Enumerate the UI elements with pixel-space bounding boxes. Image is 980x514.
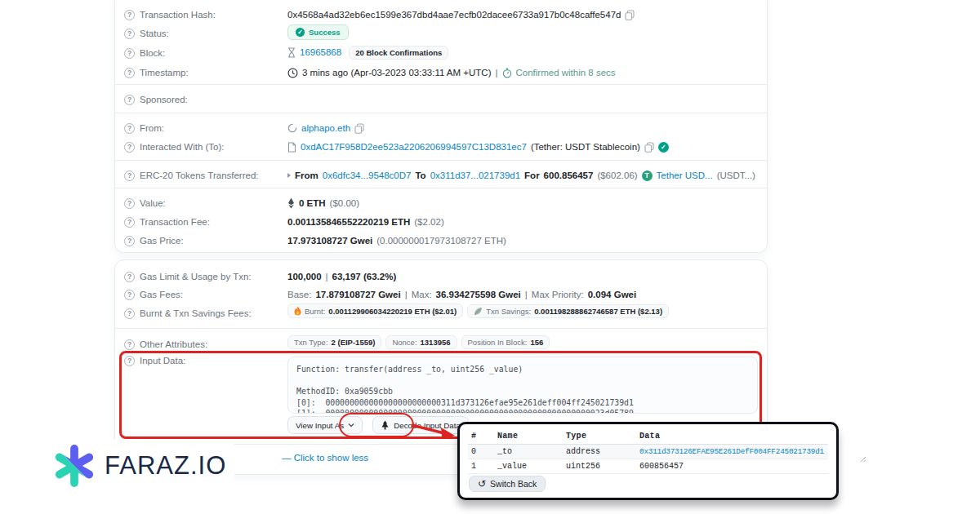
confirmed-within-text: Confirmed within 8 secs (516, 68, 616, 78)
eth-diamond-icon (287, 197, 295, 209)
fee-label: Transaction Fee: (140, 217, 210, 227)
erc20-from-address[interactable]: 0x6dfc34...9548c0D7 (323, 171, 412, 180)
other-attrs-label-row: ? Other Attributes: (124, 338, 207, 351)
help-icon[interactable]: ? (124, 236, 135, 246)
tx-hash-label: Transaction Hash: (140, 10, 216, 20)
block-label-row: ? Block: (124, 47, 165, 60)
help-icon[interactable]: ? (124, 142, 135, 153)
separator: | (496, 68, 498, 78)
sponsored-label-row: ? Sponsored: (124, 93, 188, 106)
from-value-row: alphapo.eth (287, 122, 364, 135)
help-icon[interactable]: ? (124, 290, 135, 300)
help-icon[interactable]: ? (124, 217, 135, 228)
switch-back-label: Switch Back (490, 479, 537, 489)
gas-limit-value-row: 100,000 | 63,197 (63.2%) (287, 270, 396, 283)
copy-icon[interactable] (644, 142, 654, 153)
other-attrs-value-row: Txn Type: 2 (EIP-1559) Nonce: 1313956 Po… (287, 335, 550, 348)
value-label-row: ? Value: (124, 197, 166, 210)
cell-data: 600856457 (636, 459, 828, 474)
fire-icon (294, 306, 301, 316)
base-fee-value: 17.879108727 Gwei (315, 290, 400, 299)
decoded-to-address-link[interactable]: 0x311d373126EFAE95E261DefF004FF245021739… (639, 447, 824, 456)
gas-price-amount: 17.973108727 Gwei (287, 236, 372, 246)
gas-fees-label: Gas Fees: (140, 290, 183, 299)
contract-address-link[interactable]: 0xdAC17F958D2ee523a2206206994597C13D831e… (301, 142, 527, 152)
gas-fees-label-row: ? Gas Fees: (124, 288, 183, 301)
help-icon[interactable]: ? (124, 308, 135, 319)
other-attributes-label: Other Attributes: (140, 339, 207, 349)
interacted-value-row: 0xdAC17F958D2ee523a2206206994597C13D831e… (287, 140, 669, 153)
chevron-down-icon (348, 423, 354, 428)
separator: | (326, 272, 328, 281)
divider (115, 328, 767, 329)
erc20-amount: 600.856457 (544, 171, 594, 180)
show-less-row: — Click to show less (287, 451, 368, 464)
txn-savings-badge-value: 0.001198288862746587 ETH ($2.13) (534, 307, 662, 316)
decode-input-data-button[interactable]: Decode Input Data (372, 416, 469, 434)
decoded-table-header-row: # Name Type Data (468, 428, 828, 445)
value-value-row: 0 ETH ($0.00) (287, 197, 359, 210)
cell-name: _to (494, 445, 563, 459)
block-number-link[interactable]: 16965868 (300, 47, 341, 57)
fee-label-row: ? Transaction Fee: (124, 215, 210, 228)
click-to-show-less-link[interactable]: — Click to show less (282, 453, 368, 463)
erc20-token-link[interactable]: Tether USD... (657, 171, 713, 180)
decode-input-data-label: Decode Input Data (394, 421, 461, 430)
divider (115, 113, 767, 113)
copy-icon[interactable] (625, 10, 635, 20)
value-label: Value: (140, 198, 166, 208)
gas-price-alt: (0.000000017973108727 ETH) (376, 236, 506, 246)
refresh-circle-icon (287, 123, 297, 133)
success-check-icon: ✓ (296, 28, 305, 37)
gas-price-label-row: ? Gas Price: (124, 234, 184, 247)
timestamp-text: 3 mins ago (Apr-03-2023 03:33:11 AM +UTC… (302, 68, 492, 78)
decoded-input-data-popup: # Name Type Data 0 _to address 0x311d373… (457, 422, 839, 500)
interacted-label: Interacted With (To): (140, 142, 225, 152)
leaf-icon (474, 307, 483, 316)
cell-type: uint256 (563, 459, 636, 474)
help-icon[interactable]: ? (124, 272, 135, 282)
help-icon[interactable]: ? (124, 48, 135, 59)
view-input-as-label: View Input As (296, 421, 344, 430)
block-confirmations-badge: 20 Block Confirmations (349, 46, 448, 60)
erc20-to-address[interactable]: 0x311d37...021739d1 (430, 171, 520, 180)
col-header-index: # (468, 428, 494, 445)
help-icon[interactable]: ? (124, 10, 135, 20)
help-icon[interactable]: ? (124, 29, 135, 39)
help-icon[interactable]: ? (124, 356, 135, 366)
help-icon[interactable]: ? (124, 95, 135, 105)
timestamp-value-row: 3 mins ago (Apr-03-2023 03:33:11 AM +UTC… (287, 66, 616, 79)
base-fee-label: Base: (287, 290, 311, 299)
view-input-as-button[interactable]: View Input As (287, 416, 363, 434)
from-label-row: ? From: (124, 122, 164, 135)
input-data-textarea[interactable]: Function: transfer(address _to, uint256 … (287, 357, 758, 414)
status-text: Success (309, 28, 341, 37)
help-icon[interactable]: ? (124, 68, 135, 78)
max-priority-value: 0.094 Gwei (588, 290, 636, 299)
help-icon[interactable]: ? (124, 123, 135, 134)
input-data-label: Input Data: (140, 356, 185, 366)
divider (115, 188, 767, 188)
erc20-for-word: For (524, 171, 540, 180)
gas-usage-value: 63,197 (63.2%) (332, 272, 397, 281)
nonce-badge: Nonce: 1313956 (385, 335, 457, 349)
col-header-name: Name (494, 428, 563, 445)
switch-back-button[interactable]: ↺ Switch Back (469, 476, 546, 492)
transaction-detail-page: ? Transaction Hash: 0x4568a4ad32eb6ec159… (0, 0, 980, 514)
burnt-badge: Burnt: 0.001129906034220219 ETH ($2.01) (287, 304, 463, 318)
block-value-row: 16965868 20 Block Confirmations (287, 46, 448, 59)
from-address-link[interactable]: alphapo.eth (301, 123, 350, 133)
value-usd: ($0.00) (330, 198, 359, 208)
help-icon[interactable]: ? (124, 339, 135, 350)
erc20-label-row: ? ERC-20 Tokens Transferred: (124, 169, 259, 182)
decoded-row-value: 1 _value uint256 600856457 (468, 459, 828, 474)
burnt-badge-label: Burnt: (305, 307, 325, 316)
txn-savings-badge-label: Txn Savings: (486, 307, 531, 316)
copy-icon[interactable] (354, 123, 364, 134)
help-icon[interactable]: ? (124, 198, 135, 209)
brand-name: FARAZ.IO (105, 451, 226, 481)
verified-check-icon: ✓ (658, 142, 669, 153)
hourglass-icon (287, 47, 296, 58)
help-icon[interactable]: ? (124, 171, 135, 181)
status-badge: ✓ Success (287, 24, 349, 40)
